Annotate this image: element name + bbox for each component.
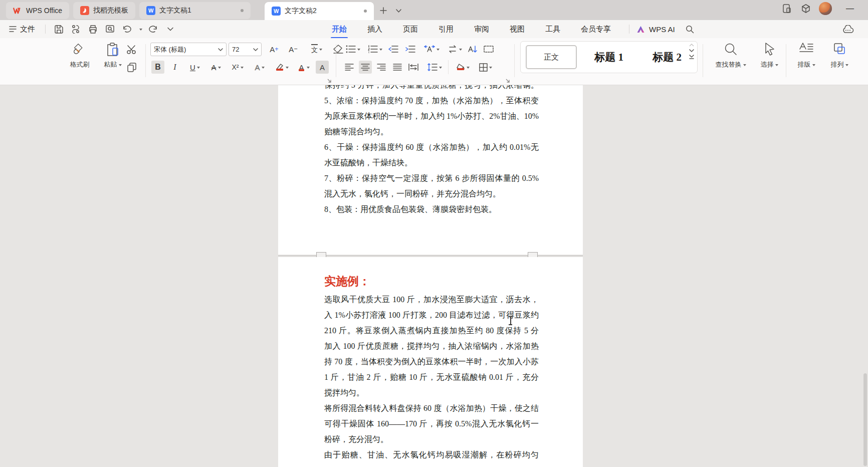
italic-button[interactable]: I — [168, 61, 181, 74]
style-heading-2[interactable]: 标题 2 — [641, 45, 693, 69]
paragraph-dialog-launcher-icon[interactable] — [505, 78, 511, 84]
document-page-2[interactable]: 实施例： 选取风干优质大豆 100 斤，加水浸泡至膨大适宜，沥去水，加 入 1%… — [278, 257, 583, 467]
bullets-button[interactable] — [343, 43, 363, 56]
undo-icon[interactable] — [121, 23, 133, 35]
divider — [703, 44, 703, 77]
style-normal[interactable]: 正文 — [526, 45, 577, 69]
styles-gallery: 正文 标题 1 标题 2 — [520, 41, 698, 73]
divider — [145, 44, 146, 77]
vertical-scrollbar[interactable] — [863, 373, 867, 466]
find-replace-label: 查找替换 — [716, 60, 746, 69]
search-icon[interactable] — [684, 23, 696, 35]
cloud-status-icon[interactable] — [842, 23, 854, 35]
shading-button[interactable] — [452, 61, 473, 74]
redo-icon[interactable] — [147, 23, 159, 35]
font-dialog-launcher-icon[interactable] — [327, 78, 332, 84]
character-scale-dropdown-icon — [437, 49, 440, 52]
strikethrough-dropdown-icon — [218, 67, 221, 70]
font-name-combobox[interactable]: 宋体 (标题) — [150, 43, 227, 56]
line-spacing-button[interactable] — [424, 61, 445, 74]
ribbon-tab-membership[interactable]: 会员专享 — [580, 21, 612, 38]
tab-document-1[interactable]: W 文字文稿1 — [139, 2, 251, 19]
print-icon[interactable] — [87, 23, 99, 35]
numbering-button[interactable] — [365, 43, 385, 56]
customize-quickbar-icon[interactable] — [164, 23, 176, 35]
document-canvas[interactable]: 保持约 5 分钟，加入等重量优质蔗糖，搅匀，抽入浓缩锅。 5、浓缩：保持温度约 … — [0, 85, 868, 467]
writer-doc-icon: W — [146, 6, 155, 15]
phonetic-guide-button[interactable]: 文 — [307, 43, 327, 56]
ribbon-tab-view[interactable]: 视图 — [509, 21, 526, 38]
sort-button[interactable] — [466, 43, 479, 56]
character-shading-button[interactable]: A — [316, 61, 329, 74]
tab-document-2[interactable]: W 文字文稿2 — [265, 2, 374, 20]
arrange-button[interactable]: 排列 — [824, 42, 855, 69]
paste-label: 粘贴 — [104, 60, 122, 69]
increase-font-button[interactable]: A+ — [268, 43, 281, 56]
save-icon[interactable] — [53, 23, 65, 35]
print-preview-icon[interactable] — [104, 23, 116, 35]
file-menu-button[interactable]: 文件 — [0, 25, 42, 34]
font-color-button[interactable]: A — [294, 61, 314, 74]
new-tab-button[interactable] — [377, 4, 390, 17]
character-scale-button[interactable] — [421, 43, 442, 56]
quick-access-toolbar — [49, 23, 180, 35]
ribbon-tab-reference[interactable]: 引用 — [438, 21, 455, 38]
find-replace-button[interactable]: 查找替换 — [708, 42, 754, 69]
ribbon-tab-home[interactable]: 开始 — [331, 21, 348, 38]
align-right-button[interactable] — [375, 61, 388, 74]
copy-icon[interactable] — [126, 62, 137, 73]
apps-cube-icon[interactable] — [800, 3, 812, 15]
underline-dropdown-icon — [197, 67, 200, 70]
decrease-indent-button[interactable] — [387, 43, 400, 56]
text-effects-button[interactable]: A — [250, 61, 270, 74]
align-left-button[interactable] — [343, 61, 356, 74]
undo-dropdown-icon[interactable] — [139, 29, 142, 32]
paste-button[interactable]: 粘贴 — [98, 42, 127, 69]
user-avatar[interactable] — [819, 2, 832, 15]
typeset-button[interactable]: 排版 — [791, 42, 822, 69]
align-center-button[interactable] — [359, 61, 372, 74]
font-color-dropdown-icon — [307, 67, 310, 70]
increase-indent-button[interactable] — [404, 43, 417, 56]
show-marks-button[interactable] — [482, 43, 495, 56]
ribbon-tab-tools[interactable]: 工具 — [544, 21, 561, 38]
doc-heading: 实施例： — [324, 274, 539, 289]
typeset-icon — [799, 42, 814, 56]
format-painter-button[interactable]: 格式刷 — [64, 42, 95, 69]
gallery-down-icon[interactable] — [689, 49, 694, 52]
minimize-button[interactable]: — — [843, 4, 857, 13]
decrease-font-button[interactable]: A− — [287, 43, 300, 56]
bold-button[interactable]: B — [151, 61, 164, 74]
style-heading-1[interactable]: 标题 1 — [582, 45, 636, 69]
superscript-button[interactable]: X² — [228, 61, 248, 74]
gallery-more-icon[interactable] — [689, 55, 694, 59]
gallery-up-icon[interactable] — [689, 44, 694, 47]
font-size-combobox[interactable]: 72 — [229, 43, 262, 56]
document-page-1[interactable]: 保持约 5 分钟，加入等重量优质蔗糖，搅匀，抽入浓缩锅。 5、浓缩：保持温度约 … — [278, 85, 583, 255]
ribbon-tab-page[interactable]: 页面 — [402, 21, 419, 38]
unsaved-dot — [364, 10, 367, 13]
highlight-color-button[interactable] — [272, 61, 292, 74]
ribbon-tab-review[interactable]: 审阅 — [473, 21, 490, 38]
text-cursor-ibeam — [508, 316, 513, 326]
underline-button[interactable]: U — [185, 61, 204, 74]
tab-wps-home[interactable]: WPS Office — [6, 2, 69, 19]
cut-icon[interactable] — [126, 44, 137, 55]
text-direction-button[interactable] — [444, 43, 465, 56]
export-pdf-icon[interactable] — [70, 23, 82, 35]
tab-list-dropdown[interactable] — [392, 4, 405, 17]
mobile-device-icon[interactable] — [781, 3, 793, 15]
superscript-dropdown-icon — [241, 67, 244, 70]
page1-text: 保持约 5 分钟，加入等重量优质蔗糖，搅匀，抽入浓缩锅。 5、浓缩：保持温度约 … — [278, 85, 583, 217]
ribbon-tab-insert[interactable]: 插入 — [366, 21, 383, 38]
distribute-button[interactable] — [407, 61, 420, 74]
borders-button[interactable] — [475, 61, 496, 74]
tab-docer-templates[interactable]: 找稻壳模板 — [73, 2, 135, 19]
select-button[interactable]: 选择 — [755, 42, 784, 69]
wps-ai-label[interactable]: WPS AI — [649, 25, 675, 34]
chevron-down-icon — [253, 48, 258, 51]
strikethrough-button[interactable]: A — [206, 61, 226, 74]
justify-button[interactable] — [391, 61, 404, 74]
doc-line: 为原来豆浆体积的一半时，加入约 1%小苏打、2%甘油、10% — [324, 108, 539, 124]
title-bar: WPS Office 找稻壳模板 W 文字文稿1 W 文字文稿2 — [0, 0, 868, 20]
